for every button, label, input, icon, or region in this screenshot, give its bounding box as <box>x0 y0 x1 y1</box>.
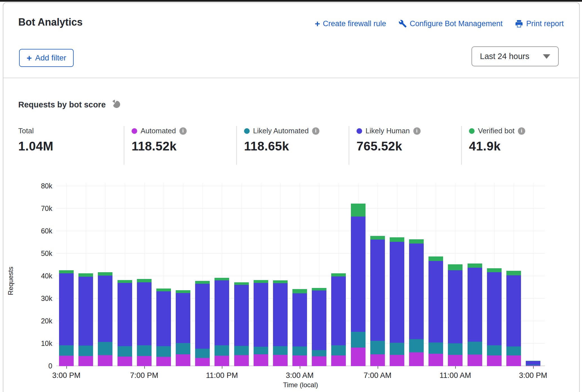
stacked-bar-hour-10[interactable] <box>254 280 268 366</box>
bar-segment-automated <box>351 348 366 366</box>
bar-segment-likely-human <box>428 261 443 343</box>
stat-verified-bot: Verified bot i 41.9k <box>469 127 570 153</box>
info-icon[interactable]: i <box>312 127 319 135</box>
stacked-bar-hour-7[interactable] <box>195 281 210 366</box>
stacked-bar-hour-2[interactable] <box>98 272 112 366</box>
page-title: Bot Analytics <box>18 16 83 28</box>
stacked-bar-hour-23[interactable] <box>506 271 521 366</box>
stacked-bar-hour-4[interactable] <box>137 279 152 366</box>
bar-segment-automated <box>390 355 404 366</box>
stacked-bar-hour-14[interactable] <box>331 273 346 366</box>
stacked-bar-hour-20[interactable] <box>448 264 463 366</box>
bar-segment-automated <box>98 355 112 366</box>
bar-segment-likely-human <box>234 285 249 346</box>
h-gridline <box>56 231 545 231</box>
bar-segment-automated <box>331 355 346 366</box>
bar-segment-automated <box>195 358 210 366</box>
bar-segment-likely-automated <box>273 346 288 355</box>
wrench-icon <box>398 19 407 28</box>
time-range-dropdown[interactable]: Last 24 hours <box>472 46 559 66</box>
bar-segment-automated <box>487 355 502 366</box>
stacked-bar-hour-19[interactable] <box>428 256 443 366</box>
bar-segment-automated <box>428 354 443 366</box>
bar-segment-likely-automated <box>215 345 229 356</box>
bar-segment-likely-automated <box>487 345 502 355</box>
stacked-bar-hour-5[interactable] <box>156 289 171 366</box>
x-tick-mark <box>66 366 67 369</box>
create-firewall-rule-link[interactable]: + Create firewall rule <box>315 19 386 28</box>
x-tick-label: 11:00 PM <box>191 371 253 380</box>
configure-bot-management-link[interactable]: Configure Bot Management <box>398 19 502 28</box>
bar-segment-verified-bot <box>409 239 424 244</box>
printer-icon <box>515 19 523 28</box>
v-gridline <box>533 183 533 366</box>
bar-segment-likely-automated <box>176 343 190 354</box>
bar-segment-likely-automated <box>234 346 249 355</box>
bar-segment-automated <box>448 355 463 366</box>
bar-segment-verified-bot <box>292 289 307 293</box>
bar-segment-likely-automated <box>506 346 521 356</box>
bar-segment-verified-bot <box>156 289 171 291</box>
add-filter-button[interactable]: + Add filter <box>19 49 74 67</box>
bar-segment-likely-human <box>195 284 210 348</box>
bar-segment-likely-human <box>390 242 404 343</box>
stacked-bar-hour-8[interactable] <box>215 278 229 366</box>
bar-segment-verified-bot <box>390 237 404 242</box>
x-tick-mark <box>455 366 456 369</box>
x-axis-title: Time (local) <box>56 381 545 389</box>
plus-icon: + <box>315 19 320 28</box>
bar-segment-likely-human <box>487 272 502 345</box>
stacked-bar-hour-6[interactable] <box>176 290 190 366</box>
bar-segment-likely-human <box>254 283 268 347</box>
section-title: Requests by bot score <box>18 99 120 111</box>
stacked-bar-hour-13[interactable] <box>312 288 326 366</box>
stacked-bar-hour-18[interactable] <box>409 239 424 366</box>
bar-segment-verified-bot <box>351 204 366 217</box>
bar-segment-likely-automated <box>118 346 132 357</box>
bar-segment-verified-bot <box>312 288 326 291</box>
info-icon[interactable]: i <box>179 127 187 135</box>
stacked-bar-hour-11[interactable] <box>273 280 288 366</box>
stacked-bar-hour-3[interactable] <box>118 280 132 366</box>
bar-segment-verified-bot <box>487 268 502 272</box>
x-tick-mark <box>378 366 378 369</box>
info-icon[interactable]: i <box>518 127 525 135</box>
info-icon[interactable]: i <box>413 127 421 135</box>
stat-verified-bot-value: 41.9k <box>469 139 570 153</box>
stacked-bar-hour-9[interactable] <box>234 282 249 366</box>
h-gridline <box>56 186 545 186</box>
stat-total-value: 1.04M <box>18 139 119 153</box>
stacked-bar-hour-21[interactable] <box>468 263 482 366</box>
stacked-bar-hour-12[interactable] <box>292 289 307 366</box>
bar-segment-likely-human <box>118 283 132 346</box>
bar-segment-likely-human <box>292 293 307 346</box>
stat-divider <box>461 126 462 165</box>
y-tick-label: 60k <box>19 227 52 235</box>
bar-segment-likely-human <box>526 361 540 365</box>
stat-total: Total 1.04M <box>18 127 119 153</box>
stacked-bar-hour-15[interactable] <box>351 204 366 366</box>
stacked-bar-hour-17[interactable] <box>390 237 404 366</box>
bar-segment-likely-automated <box>98 342 112 355</box>
configure-bot-management-label: Configure Bot Management <box>410 19 502 28</box>
stacked-bar-hour-16[interactable] <box>370 236 385 366</box>
bar-segment-automated <box>234 355 249 366</box>
automated-dot <box>132 128 137 134</box>
bar-segment-likely-human <box>312 290 326 350</box>
bar-segment-verified-bot <box>254 280 268 283</box>
chevron-down-icon <box>543 54 550 59</box>
likely-human-dot <box>357 128 362 134</box>
stacked-bar-hour-0[interactable] <box>59 270 74 366</box>
bot-analytics-page: Bot Analytics + Create firewall rule Con… <box>0 0 582 392</box>
stat-likely-human: Likely Human i 765.52k <box>357 127 458 153</box>
stacked-bar-hour-24[interactable] <box>526 361 540 366</box>
bar-segment-likely-automated <box>351 332 366 347</box>
bar-segment-verified-bot <box>273 280 288 283</box>
bar-segment-likely-human <box>273 283 288 346</box>
print-report-link[interactable]: Print report <box>515 19 564 28</box>
bar-segment-likely-human <box>409 244 424 339</box>
bar-segment-likely-human <box>78 277 93 346</box>
stacked-bar-hour-22[interactable] <box>487 268 502 366</box>
bar-segment-likely-human <box>351 217 366 332</box>
stacked-bar-hour-1[interactable] <box>78 273 93 366</box>
